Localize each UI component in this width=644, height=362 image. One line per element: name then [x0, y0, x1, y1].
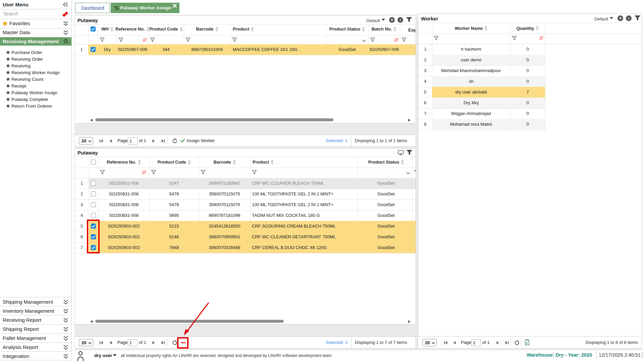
svg-text:x: x: [526, 341, 528, 345]
